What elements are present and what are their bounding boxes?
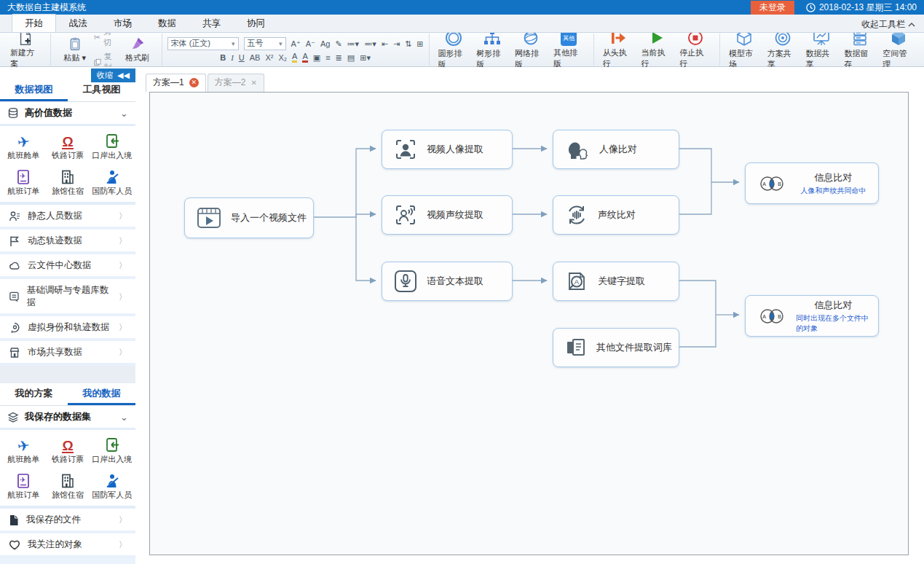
stop-button[interactable]: 停止执行 xyxy=(676,30,714,69)
numbered-list-button[interactable]: ≕▾ xyxy=(364,39,376,49)
menu-tab-collab[interactable]: 协同 xyxy=(234,14,278,32)
table-button[interactable]: ⊞ xyxy=(416,39,423,49)
node-info-compare-2[interactable]: AB 信息比对 同时出现在多个文件中的对象 xyxy=(745,295,879,337)
dataset-defense-personnel[interactable]: 国防军人员 xyxy=(90,165,134,200)
sort-button[interactable]: ⇅ xyxy=(405,39,411,49)
dataset-railway-ticket[interactable]: Ω 铁路订票 xyxy=(46,129,90,165)
sidebar-item-market-shared[interactable]: 市场共享数据〉 xyxy=(0,341,135,366)
section-high-value-data[interactable]: 高价值数据 ⌄ xyxy=(0,102,135,126)
align-right-button[interactable]: ▤ xyxy=(347,52,355,63)
format-painter-button[interactable]: 格式刷 xyxy=(119,36,157,63)
data-retention-button[interactable]: 数据留存 xyxy=(840,29,879,70)
sidebar-end-strip xyxy=(0,558,135,564)
node-voiceprint-compare[interactable]: 声纹比对 xyxy=(553,195,679,235)
underline-button[interactable]: U xyxy=(239,52,245,63)
saved-border-entry[interactable]: 口岸出入境 xyxy=(90,433,134,469)
run-from-start-button[interactable]: 从头执行 xyxy=(599,30,638,69)
saved-flight-manifest[interactable]: ✈ 航班舱单 xyxy=(1,433,46,469)
tab-data-view[interactable]: 数据视图 xyxy=(0,79,68,101)
menu-bar: 开始 战法 市场 数据 共享 协同 收起工具栏 xyxy=(0,15,924,33)
saved-railway-ticket[interactable]: Ω 铁路订票 xyxy=(46,433,90,469)
ribbon-group-new: 新建方案 xyxy=(1,34,51,66)
collapse-toolbar-button[interactable]: 收起工具栏 xyxy=(861,18,915,31)
node-speech-text-extract[interactable]: 语音文本提取 xyxy=(382,262,513,301)
saved-hotel-stay[interactable]: 旅馆住宿 xyxy=(46,469,90,504)
chevron-right-icon: 〉 xyxy=(119,347,127,358)
node-face-extract[interactable]: 视频人像提取 xyxy=(382,130,513,169)
network-layout-button[interactable]: 网络排版 xyxy=(511,29,550,70)
tree-layout-button[interactable]: 树形排版 xyxy=(473,29,511,70)
strikethrough-button[interactable]: AB xyxy=(250,52,261,63)
shrink-font-button[interactable]: A⁻ xyxy=(306,39,315,49)
sidebar-item-followed-objects[interactable]: 我关注的对象〉 xyxy=(0,533,135,558)
voiceprint-detect-icon xyxy=(394,203,417,227)
circle-layout-button[interactable]: 圆形排版 xyxy=(435,29,473,70)
menu-tab-tactics[interactable]: 战法 xyxy=(56,14,100,32)
close-tab-icon[interactable]: ✕ xyxy=(250,79,256,87)
run-current-button[interactable]: 当前执行 xyxy=(637,30,676,69)
grow-font-button[interactable]: A⁺ xyxy=(291,39,301,49)
node-face-compare[interactable]: 人像比对 xyxy=(553,130,679,169)
sidebar-item-static-personnel[interactable]: 静态人员数据〉 xyxy=(0,205,135,230)
increase-indent-button[interactable]: ⇥ xyxy=(393,39,400,49)
sidebar-item-dynamic-track[interactable]: 动态轨迹数据〉 xyxy=(0,230,135,254)
space-management-button[interactable]: 空间管理 xyxy=(879,29,917,70)
login-status-badge[interactable]: 未登录 xyxy=(751,1,794,15)
dataset-border-entry[interactable]: 口岸出入境 xyxy=(90,129,134,165)
svg-text:A: A xyxy=(574,278,580,286)
other-layout-button[interactable]: 其他 其他排版 xyxy=(550,30,588,69)
char-shading-button[interactable]: ▣ xyxy=(313,52,320,63)
model-canvas[interactable]: 导入一个视频文件 视频人像提取 视频声纹提取 语音文本提取 xyxy=(149,92,909,555)
menu-tab-start[interactable]: 开始 xyxy=(12,14,56,32)
dataset-hotel-stay[interactable]: 旅馆住宿 xyxy=(46,165,90,200)
node-voiceprint-extract[interactable]: 视频声纹提取 xyxy=(382,195,513,235)
data-share-button[interactable]: 数据共享 xyxy=(802,29,841,70)
sidebar-item-virtual-identity[interactable]: 虚拟身份和轨迹数据〉 xyxy=(0,316,135,341)
font-size-select[interactable]: 五号▾ xyxy=(244,37,286,50)
plan-share-button[interactable]: 方案共享 xyxy=(764,29,802,70)
italic-button[interactable]: I xyxy=(231,52,234,63)
sidebar-item-cloud-files[interactable]: 云文件中心数据〉 xyxy=(0,254,135,279)
align-center-button[interactable]: ≣ xyxy=(336,52,342,63)
section-saved-datasets[interactable]: 我保存的数据集 ⌄ xyxy=(0,406,135,430)
chevron-right-icon: 〉 xyxy=(119,235,127,246)
menu-tab-market[interactable]: 市场 xyxy=(100,14,145,32)
superscript-button[interactable]: X² xyxy=(265,52,273,63)
align-left-button[interactable]: ≡ xyxy=(325,52,330,63)
menu-tab-share[interactable]: 共享 xyxy=(189,14,234,32)
highlight-color-button[interactable]: A xyxy=(292,52,297,63)
tab-my-plans[interactable]: 我的方案 xyxy=(0,383,68,405)
tab-tool-view[interactable]: 工具视图 xyxy=(68,79,135,101)
subscript-button[interactable]: X₂ xyxy=(278,52,287,63)
dataset-flight-manifest[interactable]: ✈ 航班舱单 xyxy=(1,129,46,165)
decrease-indent-button[interactable]: ⇤ xyxy=(382,39,388,49)
plan-tab-2[interactable]: 方案—2 ✕ xyxy=(208,74,264,92)
ribbon-group-layout: 圆形排版 树形排版 网络排版 其他 其他排版 xyxy=(430,34,594,66)
model-market-button[interactable]: 模型市场 xyxy=(725,29,764,70)
text-effects-button[interactable]: Ag xyxy=(320,39,330,49)
saved-defense-personnel[interactable]: 国防军人员 xyxy=(90,469,134,504)
sidebar-collapse-button[interactable]: 收缩 ◀◀ xyxy=(91,68,135,82)
dataset-flight-order[interactable]: ✈ 航班订单 xyxy=(1,165,46,200)
font-family-select[interactable]: 宋体 (正文)▾ xyxy=(167,37,239,50)
node-import-video[interactable]: 导入一个视频文件 xyxy=(184,197,314,238)
new-plan-button[interactable]: 新建方案 xyxy=(7,30,45,69)
node-info-compare-1[interactable]: AB 信息比对 人像和声纹共同命中 xyxy=(745,162,879,204)
paste-button[interactable]: 粘贴 ▾ xyxy=(56,36,94,63)
sidebar-item-research-library[interactable]: 基础调研与专题库数据〉 xyxy=(0,279,135,316)
close-tab-icon[interactable]: ✕ xyxy=(189,78,199,87)
tab-my-data[interactable]: 我的数据 xyxy=(68,383,135,405)
sidebar-item-my-files[interactable]: 我保存的文件〉 xyxy=(0,509,135,533)
chevron-up-icon xyxy=(908,22,915,28)
bold-button[interactable]: B xyxy=(220,52,226,63)
menu-tab-data[interactable]: 数据 xyxy=(145,14,189,32)
plan-tab-1[interactable]: 方案—1 ✕ xyxy=(146,74,206,92)
node-other-files-lexicon[interactable]: 其他文件提取词库 xyxy=(553,328,679,367)
saved-flight-order[interactable]: ✈ 航班订单 xyxy=(1,469,46,504)
bullet-list-button[interactable]: ≔▾ xyxy=(347,39,360,49)
airplane-icon: ✈ xyxy=(17,438,31,454)
font-color-button[interactable]: A xyxy=(302,52,307,63)
phonetic-button[interactable]: ✎ xyxy=(335,39,341,49)
node-keyword-extract[interactable]: A 关键字提取 xyxy=(553,262,679,301)
borders-button[interactable]: ⊞▾ xyxy=(360,52,371,63)
